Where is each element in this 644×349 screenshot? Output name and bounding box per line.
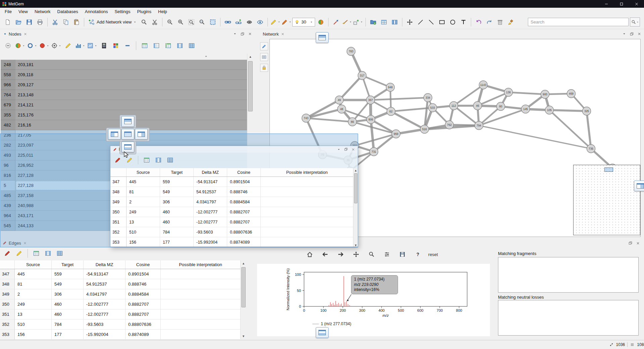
table-row[interactable]: 353156177-15.9920040.8874089 [0, 330, 240, 340]
network-edge[interactable] [306, 109, 342, 118]
search-button[interactable] [630, 17, 640, 27]
back-button[interactable] [320, 249, 330, 259]
dock-indicator-top-edge[interactable] [316, 32, 329, 43]
menu-help[interactable]: Help [155, 8, 170, 15]
folder-network-button[interactable] [368, 17, 378, 27]
export-button[interactable] [353, 17, 363, 27]
network-edge[interactable] [306, 118, 352, 122]
table-full-button[interactable] [187, 41, 197, 51]
red-dot-button[interactable] [39, 41, 49, 51]
edges-scrollbar[interactable]: ▲ ▼ [240, 260, 246, 339]
remove-circle-button[interactable] [3, 41, 13, 51]
table-row[interactable]: 248203,181 [1, 60, 247, 70]
text-tool-button[interactable] [458, 17, 468, 27]
dock-indicator-top-tile[interactable] [121, 116, 134, 127]
copy-button[interactable] [61, 17, 71, 27]
floating-edges-window[interactable]: Edges SourceTargetDelta MZCosinePossible… [110, 146, 358, 247]
matching-fragments-box[interactable] [498, 257, 639, 293]
table-cols-blue-button[interactable] [175, 41, 185, 51]
table-top-green2-button[interactable] [163, 41, 173, 51]
table-row[interactable]: 558209,118 [1, 70, 247, 80]
home-button[interactable] [305, 249, 315, 259]
search-input[interactable] [528, 18, 629, 26]
add-network-view-button[interactable]: Add Network view [87, 17, 138, 27]
undo-button[interactable] [474, 17, 484, 27]
reset-button[interactable]: reset [428, 252, 438, 257]
network-edge[interactable] [391, 111, 425, 129]
table-row[interactable]: 352510784-93.56030.88807636 [0, 319, 240, 330]
table-row[interactable]: 347445559-54.9131470.8901504 [0, 269, 240, 279]
table-full-button[interactable] [55, 248, 65, 258]
table-row[interactable]: 35113460-12.0027770.8882707 [0, 309, 240, 319]
table-top-green-button[interactable] [31, 248, 41, 258]
blue-ring-button[interactable] [27, 41, 37, 51]
color-sphere-button[interactable] [15, 41, 25, 51]
network-edge[interactable] [549, 110, 591, 149]
dock-indicator-center-tile[interactable] [121, 129, 134, 140]
network-edge[interactable] [352, 122, 396, 134]
table-cols-blue-button[interactable] [43, 248, 53, 258]
hide-eye-button[interactable] [244, 17, 254, 27]
select-magnifier-button[interactable] [139, 17, 149, 27]
circle-tool-button[interactable] [448, 17, 458, 27]
calculator-button[interactable] [99, 41, 109, 51]
pixel-colors-button[interactable] [111, 41, 121, 51]
table-row[interactable]: 350249460-12.0027770.8882707 [110, 207, 353, 217]
network-lock-button[interactable] [260, 64, 268, 72]
table-row[interactable]: 34923064.03417970.8884584 [110, 197, 353, 207]
floating-titlebar[interactable]: Edges [110, 146, 358, 153]
floating-close-icon[interactable] [351, 148, 355, 151]
yellow-pen-button[interactable] [63, 41, 73, 51]
network-tab-close-icon[interactable] [281, 32, 285, 36]
table-cols-blue-button[interactable] [153, 155, 163, 165]
table-top-green-button[interactable] [140, 41, 150, 51]
floating-scrollbar[interactable]: ▲ ▼ [353, 168, 358, 247]
floating-menu-arrow-icon[interactable] [337, 148, 341, 151]
move-tool-button[interactable] [351, 249, 361, 259]
yellow-pen-button[interactable] [14, 248, 24, 258]
network-float-icon[interactable] [630, 32, 634, 36]
close-button[interactable] [629, 0, 644, 8]
network-minimap[interactable] [573, 165, 640, 235]
matching-float-icon[interactable] [628, 241, 633, 245]
nodes-close-icon[interactable] [248, 32, 252, 36]
menu-settings[interactable]: Settings [111, 8, 134, 15]
table-full-button[interactable] [165, 155, 175, 165]
matching-losses-box[interactable] [498, 300, 639, 336]
link-button[interactable] [223, 17, 233, 27]
network-edge[interactable] [371, 119, 374, 152]
matching-close-icon[interactable] [636, 241, 640, 245]
table-row[interactable]: 966209,127 [1, 80, 247, 90]
menu-annotations[interactable]: Annotations [82, 8, 111, 15]
menu-network[interactable]: Network [31, 8, 54, 15]
nodes-menu-arrow-icon[interactable] [233, 32, 237, 36]
zoom-out-button[interactable] [165, 17, 175, 27]
help-button[interactable]: ? [413, 249, 423, 259]
table-row[interactable]: 3488154954.9125370.888746 [110, 187, 353, 197]
network-menu-arrow-icon[interactable] [622, 32, 626, 36]
zoom-fit-button[interactable] [186, 17, 196, 27]
network-edge[interactable] [479, 126, 591, 149]
dock-indicator-left-tile[interactable] [108, 129, 121, 140]
network-edge[interactable] [370, 98, 428, 100]
color-pen-button[interactable] [281, 17, 292, 27]
table-row[interactable]: 679214,121 [1, 100, 247, 110]
zoom-in-button[interactable] [176, 17, 186, 27]
minus-blue-button[interactable] [122, 41, 133, 51]
sliders-button[interactable] [382, 249, 392, 259]
nodes-scrollbar-thumb[interactable] [248, 61, 253, 111]
yellow-pen-button[interactable] [270, 17, 281, 27]
table-row[interactable]: 35113460-12.0027770.8882707 [110, 217, 353, 227]
color-sphere-button[interactable] [316, 17, 326, 27]
dock-indicator-right-edge[interactable] [634, 181, 644, 191]
minimize-button[interactable] [599, 0, 614, 8]
zoom-actual-button[interactable]: 1:1 [197, 17, 207, 27]
open-folder-button[interactable] [13, 17, 23, 27]
spectrum-figure[interactable]: 0501000100200300400500600700800Normalize… [257, 264, 490, 336]
link-add-button[interactable] [234, 17, 244, 27]
bar-chart-button[interactable] [75, 41, 85, 51]
dock-indicator-bottom-edge[interactable] [316, 327, 329, 338]
dart-button[interactable] [331, 17, 341, 27]
target-button[interactable] [51, 41, 61, 51]
table-row[interactable]: 352510784-93.56030.88807636 [110, 227, 353, 237]
